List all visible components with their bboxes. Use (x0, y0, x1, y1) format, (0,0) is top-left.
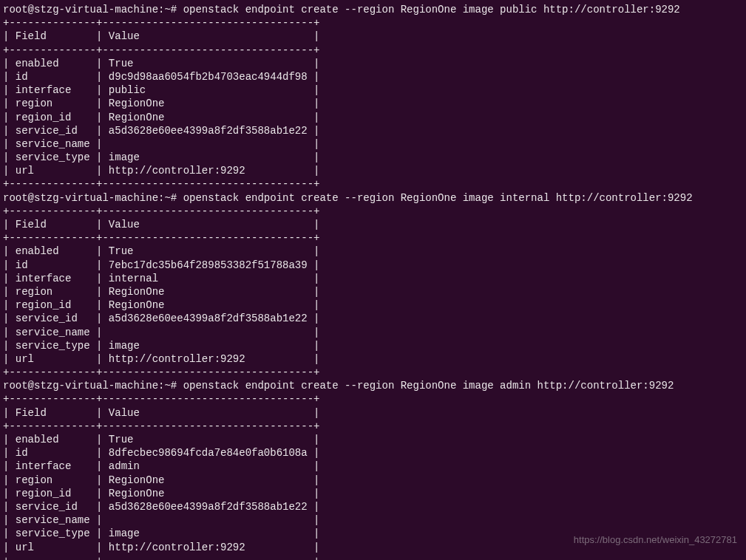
table-row: | id | 7ebc17dc35b64f289853382f51788a39 … (3, 259, 319, 271)
shell-prompt: root@stzg-virtual-machine:~# (3, 4, 183, 16)
table-row: | service_id | a5d3628e60ee4399a8f2df358… (3, 125, 319, 137)
table-header-row: | Field | Value | (3, 30, 319, 42)
table-row: | enabled | True | (3, 58, 319, 69)
table-row: | service_name | | (3, 514, 319, 526)
table-border: +--------------+------------------------… (3, 178, 319, 190)
table-row: | enabled | True | (3, 245, 319, 257)
shell-prompt: root@stzg-virtual-machine:~# (3, 380, 183, 392)
table-row: | region | RegionOne | (3, 474, 319, 486)
table-row: | enabled | True | (3, 434, 319, 445)
table-row: | service_name | | (3, 138, 319, 150)
table-row: | url | http://controller:9292 | (3, 353, 319, 365)
table-row: | url | http://controller:9292 | (3, 542, 319, 553)
table-row: | service_type | image | (3, 340, 319, 352)
table-row: | interface | admin | (3, 460, 319, 472)
table-row: | interface | public | (3, 84, 319, 96)
table-row: | url | http://controller:9292 | (3, 165, 319, 177)
table-border: +--------------+------------------------… (3, 205, 319, 217)
table-row: | region_id | RegionOne | (3, 488, 319, 499)
table-row: | service_id | a5d3628e60ee4399a8f2df358… (3, 313, 319, 324)
table-header-row: | Field | Value | (3, 407, 319, 419)
table-border: +--------------+------------------------… (3, 17, 319, 29)
command-text: openstack endpoint create --region Regio… (183, 192, 693, 204)
table-row: | service_id | a5d3628e60ee4399a8f2df358… (3, 501, 319, 513)
table-row: | id | 8dfecbec98694fcda7e84e0fa0b6108a … (3, 447, 319, 459)
table-border: +--------------+------------------------… (3, 366, 319, 378)
table-header-row: | Field | Value | (3, 219, 319, 231)
table-row: | region_id | RegionOne | (3, 299, 319, 311)
table-row: | interface | internal | (3, 273, 319, 284)
table-row: | service_name | | (3, 327, 319, 338)
table-border: +--------------+------------------------… (3, 555, 319, 560)
table-border: +--------------+------------------------… (3, 44, 319, 56)
watermark-text: https://blog.csdn.net/weixin_43272781 (574, 534, 737, 547)
table-row: | region | RegionOne | (3, 286, 319, 298)
table-border: +--------------+------------------------… (3, 232, 319, 244)
table-row: | service_type | image | (3, 527, 319, 539)
table-row: | id | d9c9d98aa6054fb2b4703eac4944df98 … (3, 71, 319, 83)
table-row: | region_id | RegionOne | (3, 112, 319, 123)
shell-prompt: root@stzg-virtual-machine:~# (3, 192, 183, 204)
table-row: | service_type | image | (3, 151, 319, 163)
table-row: | region | RegionOne | (3, 98, 319, 109)
table-border: +--------------+------------------------… (3, 393, 319, 405)
command-text: openstack endpoint create --region Regio… (183, 380, 674, 392)
command-text: openstack endpoint create --region Regio… (183, 4, 680, 16)
table-border: +--------------+------------------------… (3, 420, 319, 432)
terminal-output[interactable]: root@stzg-virtual-machine:~# openstack e… (3, 3, 743, 560)
